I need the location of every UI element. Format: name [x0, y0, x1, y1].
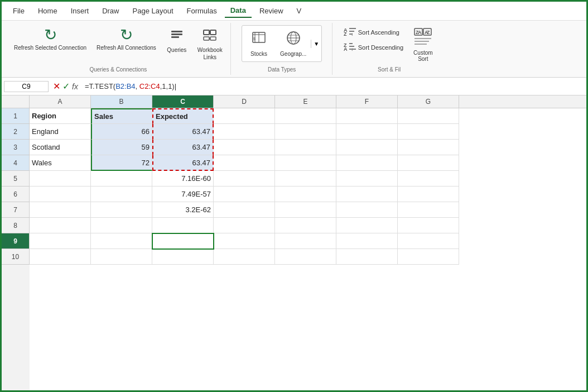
cell-d1[interactable] [214, 108, 275, 124]
cell-d10[interactable] [214, 249, 275, 265]
cell-c10[interactable] [152, 249, 214, 265]
cell-a8[interactable] [30, 218, 91, 233]
row-header-6[interactable]: 6 [2, 187, 30, 202]
cell-f9[interactable] [336, 233, 398, 249]
col-header-d[interactable]: D [214, 95, 275, 108]
cell-c9[interactable]: =T.TEST(B2:B4, C2:C4,1,1) [152, 233, 214, 249]
cell-g2[interactable] [398, 124, 459, 140]
cell-f7[interactable] [336, 202, 398, 218]
cell-e4[interactable] [275, 155, 336, 171]
cell-b1[interactable]: Sales [91, 108, 152, 124]
cell-c1[interactable]: Expected [152, 108, 214, 124]
formula-input[interactable]: =T.TEST(B2:B4, C2:C4,1,1)| [83, 81, 584, 92]
col-header-e[interactable]: E [275, 95, 336, 108]
refresh-all-btn[interactable]: ↻ Refresh All Connections [93, 25, 160, 54]
cell-e1[interactable] [275, 108, 336, 124]
cell-a5[interactable] [30, 171, 91, 187]
cell-g4[interactable] [398, 155, 459, 171]
cell-d8[interactable] [214, 218, 275, 233]
cell-e5[interactable] [275, 171, 336, 187]
cell-f8[interactable] [336, 218, 398, 233]
cell-f5[interactable] [336, 171, 398, 187]
cell-a4[interactable]: Wales [30, 155, 91, 171]
cell-g1[interactable] [398, 108, 459, 124]
cell-a10[interactable] [30, 249, 91, 265]
cell-d4[interactable] [214, 155, 275, 171]
queries-btn[interactable]: Queries [163, 25, 191, 56]
cell-d2[interactable] [214, 124, 275, 140]
cell-e8[interactable] [275, 218, 336, 233]
stocks-btn[interactable]: $ Stocks [242, 28, 276, 59]
menu-home[interactable]: Home [32, 4, 63, 17]
cell-d5[interactable] [214, 171, 275, 187]
cell-g8[interactable] [398, 218, 459, 233]
cell-c6[interactable]: 7.49E-57 [152, 187, 214, 202]
cell-g10[interactable] [398, 249, 459, 265]
row-header-1[interactable]: 1 [2, 108, 30, 124]
row-header-4[interactable]: 4 [2, 155, 30, 171]
cell-g3[interactable] [398, 140, 459, 155]
cell-d6[interactable] [214, 187, 275, 202]
data-types-dropdown[interactable]: ▼ [311, 40, 321, 48]
cell-b5[interactable] [91, 171, 152, 187]
cell-c5[interactable]: 7.16E-60 [152, 171, 214, 187]
menu-file[interactable]: File [7, 4, 30, 17]
cell-e3[interactable] [275, 140, 336, 155]
menu-page-layout[interactable]: Page Layout [127, 4, 179, 17]
row-header-2[interactable]: 2 [2, 124, 30, 140]
cell-reference[interactable] [4, 81, 49, 92]
cell-a6[interactable] [30, 187, 91, 202]
row-header-9[interactable]: 9 [2, 233, 30, 249]
menu-insert[interactable]: Insert [65, 4, 95, 17]
menu-draw[interactable]: Draw [97, 4, 124, 17]
cell-b3[interactable]: 59 [91, 140, 152, 155]
cell-g9[interactable] [398, 233, 459, 249]
row-header-8[interactable]: 8 [2, 218, 30, 233]
row-header-5[interactable]: 5 [2, 171, 30, 187]
cell-g5[interactable] [398, 171, 459, 187]
cell-b8[interactable] [91, 218, 152, 233]
cell-d9[interactable] [214, 233, 275, 249]
cell-g7[interactable] [398, 202, 459, 218]
row-header-3[interactable]: 3 [2, 140, 30, 155]
cell-c7[interactable]: 3.2E-62 [152, 202, 214, 218]
insert-function-btn[interactable]: fx [72, 82, 78, 91]
col-header-b[interactable]: B [91, 95, 152, 108]
cell-d7[interactable] [214, 202, 275, 218]
cell-a1[interactable]: Region [30, 108, 91, 124]
sort-descending-btn[interactable]: Z A ↓ Sort Descending [341, 40, 406, 54]
cell-f6[interactable] [336, 187, 398, 202]
cancel-formula-btn[interactable]: ✕ [53, 81, 60, 92]
workbook-links-btn[interactable]: WorkbookLinks [194, 25, 226, 63]
cell-f10[interactable] [336, 249, 398, 265]
menu-more[interactable]: V [291, 4, 307, 17]
cell-f1[interactable] [336, 108, 398, 124]
cell-b7[interactable] [91, 202, 152, 218]
confirm-formula-btn[interactable]: ✓ [62, 81, 70, 92]
cell-g6[interactable] [398, 187, 459, 202]
cell-f2[interactable] [336, 124, 398, 140]
col-header-c[interactable]: C [152, 95, 214, 108]
col-header-a[interactable]: A [30, 95, 91, 108]
cell-f3[interactable] [336, 140, 398, 155]
cell-c2[interactable]: 63.47 [152, 124, 214, 140]
refresh-selected-btn[interactable]: ↻ Refresh Selected Connection [11, 25, 90, 54]
row-header-10[interactable]: 10 [2, 249, 30, 265]
col-header-f[interactable]: F [336, 95, 398, 108]
row-header-7[interactable]: 7 [2, 202, 30, 218]
cell-f4[interactable] [336, 155, 398, 171]
cell-e9[interactable] [275, 233, 336, 249]
cell-c8[interactable] [152, 218, 214, 233]
cell-a2[interactable]: England [30, 124, 91, 140]
sort-ascending-btn[interactable]: A Z ↓ Sort Ascending [341, 25, 406, 39]
cell-c3[interactable]: 63.47 [152, 140, 214, 155]
cell-a9[interactable] [30, 233, 91, 249]
col-header-g[interactable]: G [398, 95, 459, 108]
cell-b2[interactable]: 66 [91, 124, 152, 140]
geography-btn[interactable]: Geograp... [276, 28, 311, 59]
cell-b10[interactable] [91, 249, 152, 265]
cell-d3[interactable] [214, 140, 275, 155]
cell-a7[interactable] [30, 202, 91, 218]
menu-data[interactable]: Data [225, 4, 252, 18]
cell-e7[interactable] [275, 202, 336, 218]
